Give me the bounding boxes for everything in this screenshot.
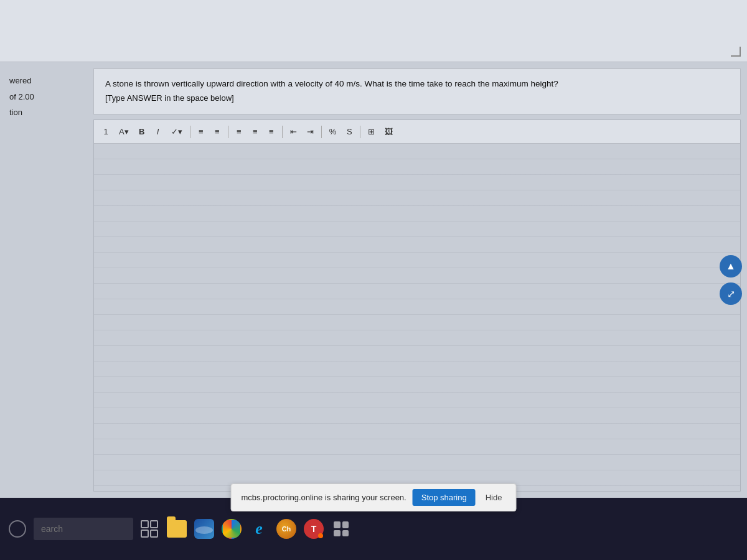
table-btn[interactable]: ⊞	[364, 124, 378, 139]
chrome-btn[interactable]	[220, 518, 243, 540]
browser-top-bar	[0, 0, 747, 62]
italic-btn[interactable]: I	[151, 124, 165, 139]
snap-layout-btn[interactable]	[138, 518, 161, 540]
bold-btn[interactable]: B	[135, 124, 149, 139]
wave-app-btn[interactable]	[193, 518, 215, 540]
content-panel: A stone is thrown vertically upward dire…	[90, 62, 747, 498]
toolbar-separator-3	[282, 126, 283, 138]
check-btn[interactable]: ✓▾	[167, 124, 186, 139]
right-nav-buttons: ▲ ⤢	[720, 255, 742, 305]
grid-cell-3	[334, 530, 341, 537]
stop-sharing-button[interactable]: Stop sharing	[413, 489, 476, 506]
t-dot-indicator	[318, 533, 323, 538]
folder-icon	[167, 520, 187, 538]
sidebar-score: of 2.00	[9, 91, 84, 103]
sidebar-answered: wered	[9, 75, 84, 87]
indent-btn[interactable]: ⇥	[303, 124, 317, 139]
sharing-message: mcbs.proctoring.online is sharing your s…	[242, 493, 406, 502]
file-explorer-btn[interactable]	[166, 518, 188, 540]
snap-layout-icon	[141, 520, 158, 538]
editor-toolbar: 1 A▾ B I ✓▾ ≡ ≡ ≡ ≡ ≡ ⇤ ⇥ % S ⊞ 🖼	[94, 120, 740, 144]
question-text: A stone is thrown vertically upward dire…	[105, 78, 729, 90]
question-instruction: [Type ANSWER in the space below]	[105, 93, 729, 104]
toolbar-separator-2	[228, 126, 228, 138]
main-content: wered of 2.00 tion A stone is thrown ver…	[0, 62, 747, 498]
edge-icon: e	[255, 520, 263, 538]
font-btn[interactable]: A▾	[115, 124, 133, 139]
hide-sharing-button[interactable]: Hide	[482, 490, 506, 505]
toolbar-separator-5	[360, 126, 360, 138]
ch-app-icon: Ch	[276, 519, 296, 539]
t-app-label: T	[311, 524, 317, 534]
paragraph-style-btn[interactable]: 1	[99, 124, 113, 139]
t-app-icon: T	[304, 519, 324, 539]
editor-body[interactable]	[94, 144, 740, 491]
grid-cell-4	[342, 530, 349, 537]
snap-cell-3	[141, 530, 149, 538]
special1-btn[interactable]: %	[326, 124, 341, 139]
resize-btn[interactable]: ⤢	[720, 282, 742, 305]
grid-cell-1	[334, 521, 341, 528]
grid-cell-2	[342, 521, 349, 528]
align-center-btn[interactable]: ≡	[248, 124, 262, 139]
image-btn[interactable]: 🖼	[381, 124, 397, 139]
left-sidebar: wered of 2.00 tion	[0, 62, 90, 498]
snap-cell-1	[141, 520, 149, 528]
windows-circle-icon	[9, 520, 26, 538]
sidebar-section: tion	[9, 106, 84, 119]
snap-cell-4	[150, 530, 158, 538]
wave-app-icon	[194, 519, 214, 539]
edge-btn[interactable]: e	[248, 518, 270, 540]
toolbar-separator-4	[321, 126, 322, 138]
taskbar-search-input[interactable]	[34, 518, 133, 540]
scroll-up-btn[interactable]: ▲	[720, 255, 742, 278]
ordered-list-btn[interactable]: ≡	[210, 124, 224, 139]
question-box: A stone is thrown vertically upward dire…	[93, 68, 741, 114]
t-app-btn[interactable]: T	[303, 518, 325, 540]
outdent-btn[interactable]: ⇤	[286, 124, 301, 139]
editor-container[interactable]: 1 A▾ B I ✓▾ ≡ ≡ ≡ ≡ ≡ ⇤ ⇥ % S ⊞ 🖼	[93, 119, 741, 492]
toolbar-separator-1	[190, 126, 190, 138]
chrome-icon	[222, 519, 242, 539]
unordered-list-btn[interactable]: ≡	[194, 124, 208, 139]
windows-start-btn[interactable]	[6, 518, 29, 540]
ch-app-btn[interactable]: Ch	[275, 518, 298, 540]
sharing-bar: mcbs.proctoring.online is sharing your s…	[231, 483, 517, 511]
apps-grid-btn[interactable]	[330, 518, 352, 540]
apps-grid-icon	[331, 519, 351, 539]
align-right-btn[interactable]: ≡	[265, 124, 278, 139]
strikethrough-btn[interactable]: S	[342, 124, 356, 139]
align-left-btn[interactable]: ≡	[232, 124, 246, 139]
snap-cell-2	[150, 520, 158, 528]
